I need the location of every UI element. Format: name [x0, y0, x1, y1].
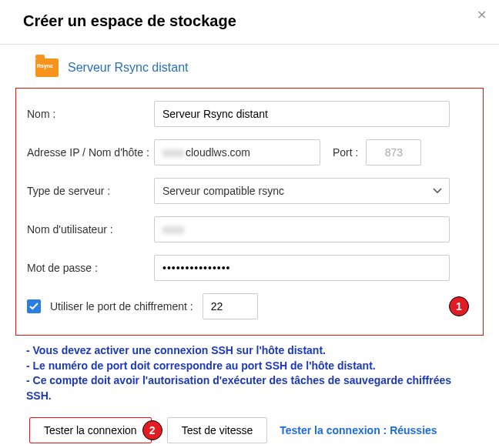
dialog-header: Créer un espace de stockage: [0, 0, 499, 42]
name-input[interactable]: [154, 101, 450, 127]
divider: [0, 44, 499, 45]
test-speed-button[interactable]: Test de vitesse: [167, 417, 268, 443]
row-server-type: Type de serveur : Serveur compatible rsy…: [27, 178, 472, 204]
content: Serveur Rsync distant Nom : Adresse IP /…: [0, 52, 499, 448]
section-head: Serveur Rsync distant: [15, 52, 484, 83]
annotation-marker-1: 1: [449, 296, 469, 316]
row-name: Nom :: [27, 101, 472, 127]
server-type-select[interactable]: Serveur compatible rsync: [154, 178, 450, 204]
encryption-checkbox[interactable]: [27, 299, 41, 313]
button-row: Tester la connexion 2 Test de vitesse Te…: [15, 413, 484, 448]
row-encryption: Utiliser le port de chiffrement : 1: [27, 293, 472, 319]
ip-input[interactable]: xxxxcloudlws.com: [154, 139, 320, 165]
port-input[interactable]: [366, 139, 421, 165]
ip-prefix-hidden: xxxx: [162, 146, 184, 159]
close-icon[interactable]: ✕: [477, 8, 487, 22]
password-label: Mot de passe :: [27, 262, 154, 274]
encryption-label: Utiliser le port de chiffrement :: [50, 300, 193, 313]
server-type-label: Type de serveur :: [27, 185, 154, 197]
row-password: Mot de passe :: [27, 255, 472, 281]
username-input[interactable]: xxxx: [154, 216, 450, 242]
password-input[interactable]: [154, 255, 450, 281]
form-box: Nom : Adresse IP / Nom d'hôte : xxxxclou…: [15, 88, 484, 336]
row-ip: Adresse IP / Nom d'hôte : xxxxcloudlws.c…: [27, 139, 472, 165]
row-username: Nom d'utilisateur : xxxx: [27, 216, 472, 242]
ip-label: Adresse IP / Nom d'hôte :: [27, 146, 154, 159]
test-connection-button[interactable]: Tester la connexion: [29, 417, 152, 443]
rsync-folder-icon: [35, 59, 59, 77]
section-title: Serveur Rsync distant: [68, 61, 189, 75]
name-label: Nom :: [27, 108, 154, 120]
hint-3: - Ce compte doit avoir l'autorisation d'…: [26, 373, 473, 403]
annotation-marker-2: 2: [142, 420, 162, 440]
hint-1: - Vous devez activer une connexion SSH s…: [26, 343, 473, 359]
ssh-hints: - Vous devez activer une connexion SSH s…: [15, 342, 484, 413]
encryption-port-input[interactable]: [203, 293, 258, 319]
dialog-title: Créer un espace de stockage: [23, 12, 476, 30]
test-result-text: Tester la connexion : Réussies: [280, 424, 437, 436]
username-label: Nom d'utilisateur :: [27, 223, 154, 236]
username-hidden: xxxx: [162, 223, 184, 236]
hint-2: - Le numéro de port doit correspondre au…: [26, 359, 473, 374]
ip-host: cloudlws.com: [186, 146, 250, 159]
server-type-select-wrap[interactable]: Serveur compatible rsync: [154, 178, 450, 204]
port-label: Port :: [333, 146, 358, 159]
